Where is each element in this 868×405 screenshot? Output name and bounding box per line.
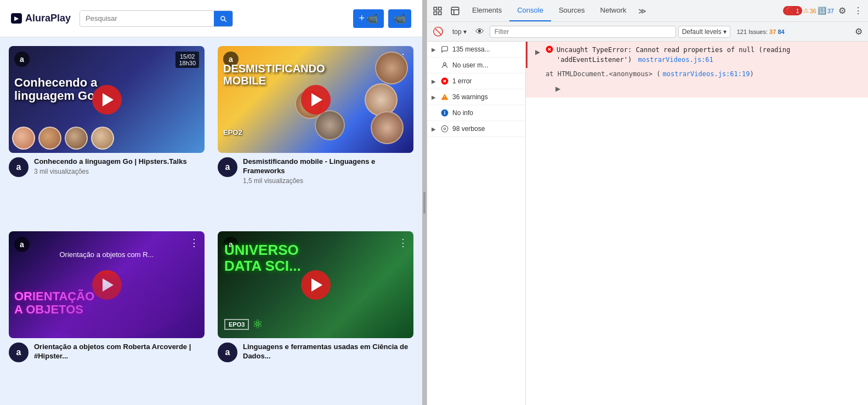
warn-count: 36 (810, 8, 816, 14)
play-button[interactable] (301, 270, 331, 300)
plus-icon: + (359, 13, 365, 24)
error-badge: 🚫 1 (783, 6, 802, 15)
video-thumbnail[interactable]: a ⋮ UNIVERSODATA SCI... EPO3 ⚛ (218, 231, 413, 338)
console-error-entry: ▶ Uncaught TypeError: Cannot read proper… (526, 42, 868, 68)
level-label: Default levels (682, 28, 722, 36)
logo-area: ▶ AluraPlay (11, 13, 71, 24)
error-detail-text: at HTMLDocument.<anonymous> ( (546, 70, 661, 78)
devtools-panel: Elements Console Sources Network ≫ 🚫 1 ⚠… (427, 0, 868, 405)
face-col-1 (12, 127, 35, 150)
warnings-label: 36 warnings (452, 93, 488, 101)
context-selector[interactable]: top ▾ (449, 26, 470, 37)
search-input[interactable] (80, 11, 214, 26)
video-meta: Conhecendo a linguagem Go | Hipsters.Tal… (34, 157, 187, 175)
person-area (335, 231, 413, 338)
mobile-face-5 (371, 111, 404, 144)
context-dropdown-icon: ▾ (463, 28, 467, 36)
ep-text: EPO2 (223, 128, 242, 136)
play-button[interactable] (92, 85, 122, 115)
user-label: No user m... (452, 61, 488, 69)
dock-button[interactable] (429, 4, 446, 18)
error-expand-button[interactable]: ▶ (533, 45, 542, 59)
toolbar-right: 🚫 1 ⚠ 36 🔢 37 ⚙ ⋮ (783, 3, 866, 18)
face-col-3 (65, 127, 88, 150)
video-info: a Conhecendo a linguagem Go | Hipsters.T… (9, 157, 205, 177)
svg-point-12 (444, 98, 445, 99)
console-bar: 🚫 top ▾ 👁 Default levels ▾ 121 Issues: 3… (427, 22, 868, 42)
video-title: Desmistificando mobile - Linguagens e Fr… (243, 157, 413, 176)
svg-rect-1 (439, 7, 441, 10)
tab-network[interactable]: Network (593, 0, 634, 21)
scroll-indicator (423, 192, 426, 214)
more-tabs-button[interactable]: ≫ (634, 7, 651, 15)
issues-warn-count: 37 (769, 28, 776, 35)
tab-sources[interactable]: Sources (551, 0, 593, 21)
video-meta: Orientação a objetos com Roberta Arcover… (34, 343, 205, 362)
video-info: a Linguagens e ferramentas usadas em Ciê… (218, 343, 413, 362)
warn-icon: ⚠ (803, 7, 809, 14)
messages-icon (440, 45, 449, 54)
verbose-icon (440, 124, 449, 133)
tab-console[interactable]: Console (509, 0, 551, 21)
error-count: 1 (796, 8, 799, 14)
channel-avatar: a (9, 157, 29, 177)
video-meta: Linguagens e ferramentas usadas em Ciênc… (243, 343, 413, 362)
header-actions: + 📹 📹 (353, 9, 411, 28)
error-detail-link[interactable]: mostrarVideos.js:61:19 (663, 70, 750, 78)
filter-input[interactable] (490, 26, 676, 38)
thumb-channel-logo: a (14, 237, 30, 252)
level-selector[interactable]: Default levels ▾ (678, 26, 730, 38)
devtools-tabs: Elements Console Sources Network ≫ (464, 0, 651, 21)
svg-rect-4 (451, 7, 459, 15)
video-title: Conhecendo a linguagem Go | Hipsters.Tal… (34, 157, 187, 167)
clear-console-button[interactable]: 🚫 (429, 24, 447, 39)
info-badge: 🔢 37 (818, 7, 834, 15)
svg-point-15 (444, 111, 445, 112)
search-button[interactable] (214, 11, 232, 26)
camera-icon-2: 📹 (394, 13, 406, 25)
level-dropdown-icon: ▾ (723, 28, 727, 36)
svg-rect-2 (434, 12, 436, 14)
date-badge: 15/0218h30 (175, 52, 199, 68)
inspect-element-button[interactable] (447, 4, 463, 18)
mobile-face-4 (315, 110, 345, 140)
ep-label: EPO3 (224, 319, 249, 330)
devtools-toolbar: Elements Console Sources Network ≫ 🚫 1 ⚠… (427, 0, 868, 22)
error-text: Uncaught TypeError: Cannot read properti… (557, 45, 863, 65)
arrow-icon: ▶ (432, 126, 437, 132)
sidebar-messages-item[interactable]: ▶ 135 messa... (427, 42, 525, 58)
sidebar-verbose-item[interactable]: ▶ 98 verbose (427, 121, 525, 137)
user-icon (440, 61, 449, 70)
svg-rect-0 (434, 7, 436, 10)
console-settings-button[interactable]: ⚙ (852, 25, 866, 38)
sidebar-user-item[interactable]: ▶ No user m... (427, 58, 525, 73)
video-title: Orientação a objetos com Roberta Arcover… (34, 343, 205, 361)
create-video-button[interactable]: + 📹 (353, 9, 384, 28)
menu-dots[interactable]: ⋮ (189, 237, 199, 249)
camera-button[interactable]: 📹 (388, 9, 411, 28)
video-thumbnail[interactable]: a ⋮ ORIENTAÇÃOA OBJETOS Orientação a obj… (9, 231, 205, 338)
sidebar-warnings-item[interactable]: ▶ 36 warnings (427, 89, 525, 105)
video-thumbnail[interactable]: a 15/0218h30 Conhecendo alinguagem Go (9, 46, 205, 153)
video-thumbnail[interactable]: a ⋮ DESMISTIFICANDOMOBILE EPO2 (218, 46, 413, 153)
logo-text: AluraPlay (25, 13, 71, 24)
more-options-button[interactable]: ⋮ (850, 3, 866, 18)
play-button[interactable] (301, 85, 331, 115)
face-4 (91, 127, 114, 150)
tab-elements[interactable]: Elements (464, 0, 509, 21)
error-source-link[interactable]: mostrarVideos.js:61 (638, 56, 713, 64)
sidebar-error-item[interactable]: ▶ 1 error (427, 73, 525, 89)
error-icon (546, 45, 553, 55)
video-card: a ⋮ DESMISTIFICANDOMOBILE EPO2 a (218, 46, 413, 218)
issues-count-label: 121 Issues: 37 84 (737, 28, 785, 35)
video-card: a ⋮ UNIVERSODATA SCI... EPO3 ⚛ a Linguag… (218, 231, 413, 396)
sidebar-info-item[interactable]: ▶ No info (427, 105, 525, 121)
eye-button[interactable]: 👁 (472, 25, 487, 39)
settings-button[interactable]: ⚙ (835, 3, 849, 18)
video-info: a Desmistificando mobile - Linguagens e … (218, 157, 413, 185)
video-card: a ⋮ ORIENTAÇÃOA OBJETOS Orientação a obj… (9, 231, 205, 396)
mobile-face-3 (365, 83, 398, 116)
thumb-channel-logo: a (14, 52, 30, 67)
expand-detail-button[interactable]: ▶ (553, 82, 563, 96)
video-meta: Desmistificando mobile - Linguagens e Fr… (243, 157, 413, 185)
